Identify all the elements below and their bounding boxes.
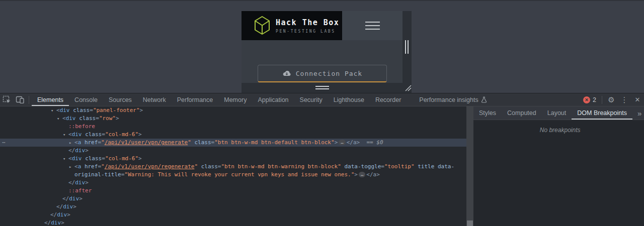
devtools-tab-performance-insights[interactable]: Performance insights	[414, 93, 492, 106]
hamburger-menu-icon[interactable]	[365, 22, 380, 30]
dom-tree-row[interactable]: </div>	[0, 195, 473, 203]
code-segment: /api/v1/user/vpn/regenerate	[105, 163, 195, 170]
devtools-tab-recorder[interactable]: Recorder	[370, 93, 407, 106]
code-segment: "panel-footer"	[93, 107, 140, 114]
code-segment: div	[63, 203, 73, 210]
close-devtools-icon[interactable]: ✕	[631, 93, 644, 106]
collapse-arrow-icon[interactable]: ▾	[63, 131, 65, 139]
code-segment: class	[201, 163, 218, 170]
devtools-tab-elements[interactable]: Elements	[32, 93, 69, 106]
devtools-tab-network[interactable]: Network	[137, 93, 172, 106]
code-segment: div	[51, 219, 61, 226]
more-options-icon[interactable]: ⋮	[618, 93, 631, 106]
code-segment: div	[75, 179, 85, 186]
error-circle-icon: ✕	[583, 96, 590, 103]
cloud-download-icon	[282, 70, 291, 77]
code-segment	[198, 163, 201, 170]
dom-tree-row[interactable]: </div>	[0, 219, 473, 226]
experiment-beaker-icon	[481, 96, 487, 103]
sidebar-tab-dom-breakpoints[interactable]: DOM Breakpoints	[572, 106, 632, 120]
expand-arrow-icon[interactable]: ▸	[69, 139, 71, 147]
tab-label: Performance	[177, 96, 213, 103]
logo-title: Hack The Box	[276, 18, 339, 27]
connection-pack-label: Connection Pack	[296, 70, 362, 77]
devtools-tab-application[interactable]: Application	[252, 93, 294, 106]
dom-breakpoints-pane: No breakpoints	[473, 120, 644, 226]
code-segment: == $0	[360, 139, 383, 146]
sidebar-tab-computed[interactable]: Computed	[502, 106, 542, 120]
bottom-resize-handle[interactable]	[315, 86, 329, 89]
device-toolbar-toggle-icon[interactable]	[13, 93, 26, 106]
code-segment: div	[69, 195, 79, 202]
elements-scrollbar[interactable]	[466, 106, 473, 226]
dom-tree-row[interactable]: </div>	[0, 147, 473, 155]
code-segment: >	[85, 147, 89, 154]
devtools-tab-console[interactable]: Console	[69, 93, 103, 106]
code-segment: </a>	[366, 171, 380, 178]
dom-tree-row[interactable]: ::after	[0, 187, 473, 195]
code-segment: <	[68, 155, 72, 162]
dom-tree-row[interactable]: ::before	[0, 123, 473, 131]
dom-tree-row-wrap[interactable]: original-title="Warning: This will revok…	[0, 171, 473, 179]
dom-tree: ▾<div class="panel-footer">▾<div class="…	[0, 106, 473, 226]
devtools-main: ▾<div class="panel-footer">▾<div class="…	[0, 106, 644, 226]
code-segment: div	[72, 131, 82, 138]
dom-tree-row[interactable]: </div>	[0, 211, 473, 219]
inspect-element-icon[interactable]	[0, 93, 13, 106]
code-segment: "btn btn-w-md btn-warning btn-block"	[221, 163, 341, 170]
dom-tree-row[interactable]: </div>	[0, 179, 473, 187]
canvas-top-edge	[0, 0, 644, 1]
site-header: Hack The Box PEN-TESTING LABS	[242, 11, 403, 40]
code-segment: </	[62, 195, 69, 202]
dom-tree-row[interactable]: ▸<a href="/api/v1/user/vpn/regenerate" c…	[0, 163, 473, 171]
expand-arrow-icon[interactable]: ▸	[69, 163, 71, 171]
devtools-tab-performance[interactable]: Performance	[172, 93, 219, 106]
code-segment: >	[140, 107, 143, 114]
code-segment: <	[68, 131, 72, 138]
code-segment: /api/v1/user/vpn/generate	[105, 139, 188, 146]
dom-tree-row[interactable]: </div>	[0, 203, 473, 211]
collapse-arrow-icon[interactable]: ▾	[51, 106, 53, 115]
device-mode-canvas: Hack The Box PEN-TESTING LABS Connection…	[0, 0, 644, 93]
row-menu-dots-icon[interactable]: ⋯	[2, 139, 6, 147]
console-error-badge[interactable]: ✕ 2	[580, 96, 599, 103]
more-tabs-icon[interactable]: »	[632, 106, 644, 120]
code-segment: >	[138, 131, 142, 138]
dom-tree-row[interactable]: ▾<div class="col-md-6">	[0, 155, 473, 163]
dom-tree-row[interactable]: ▾<div class="col-md-6">	[0, 131, 473, 139]
collapsed-content-ellipsis[interactable]: …	[359, 172, 365, 177]
toolbar-divider	[602, 96, 602, 104]
devtools-tab-memory[interactable]: Memory	[218, 93, 252, 106]
code-segment: "col-md-6"	[105, 131, 138, 138]
code-segment: data-toggle	[344, 163, 381, 170]
device-viewport: Hack The Box PEN-TESTING LABS Connection…	[242, 11, 403, 83]
dom-tree-row[interactable]: ▾<div class="panel-footer">	[0, 106, 473, 115]
site-body: Connection Pack	[242, 40, 403, 83]
devtools-tab-lighthouse[interactable]: Lighthouse	[328, 93, 370, 106]
code-segment: "btn btn-w-md btn-default btn-block"	[214, 139, 334, 146]
code-segment: =	[102, 155, 105, 162]
scrollbar-thumb[interactable]	[467, 220, 473, 226]
corner-resize-handle[interactable]	[405, 84, 412, 93]
sidebar-tab-layout[interactable]: Layout	[542, 106, 572, 120]
settings-gear-icon[interactable]: ⚙	[605, 93, 618, 106]
htb-logo-link[interactable]: Hack The Box PEN-TESTING LABS	[242, 11, 342, 40]
sidebar-tabs: StylesComputedLayoutDOM Breakpoints	[473, 106, 632, 120]
collapsed-content-ellipsis[interactable]: …	[339, 140, 345, 145]
dom-tree-row[interactable]: ▸⋯<a href="/api/v1/user/vpn/generate" cl…	[0, 139, 473, 147]
tab-label: Performance insights	[419, 96, 478, 103]
code-segment: ::after	[68, 187, 92, 194]
connection-pack-button[interactable]: Connection Pack	[258, 65, 387, 82]
code-segment: >	[73, 203, 76, 210]
sidebar-tab-styles[interactable]: Styles	[473, 106, 502, 120]
collapse-arrow-icon[interactable]: ▾	[57, 115, 59, 123]
code-segment: =	[102, 131, 105, 138]
dom-tree-row[interactable]: ▾<div class="row">	[0, 115, 473, 123]
devtools-tab-security[interactable]: Security	[294, 93, 328, 106]
viewport-right-gutter	[403, 11, 412, 93]
right-resize-handle[interactable]	[405, 40, 409, 54]
collapse-arrow-icon[interactable]: ▾	[63, 155, 65, 163]
tab-label: Lighthouse	[334, 96, 364, 103]
devtools-tab-sources[interactable]: Sources	[103, 93, 137, 106]
tab-label: Sources	[109, 96, 132, 103]
